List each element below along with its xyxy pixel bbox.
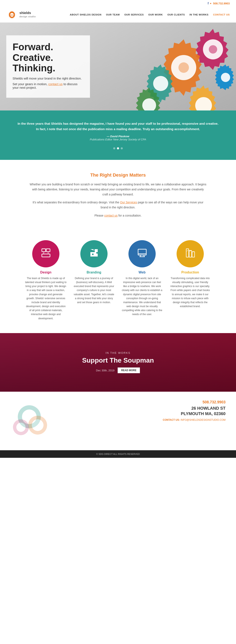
service-title-branding: Branding [73,270,115,274]
hero-subtext1: Shields will move your brand in the righ… [12,76,84,80]
svg-rect-23 [192,252,194,257]
footer-contact: CONTACT US: INFO@SHIELDSDESIGNSTUDIO.COM [163,418,226,422]
service-card-production: Production Transforming complicated data… [169,240,211,320]
testimonial-dot-3[interactable] [121,147,123,150]
svg-rect-16 [138,249,146,255]
footer-right: 508.732.9903 26 HOWLAND ST PLYMOUTH MA, … [163,400,226,422]
web-service-icon [136,247,148,260]
hero-subtext2: Set your gears in motion, contact us to … [12,82,84,89]
svg-rect-12 [46,249,50,252]
our-services-link[interactable]: Our Services [120,201,137,204]
design-matters-para3: Please contact us for a consultation. [29,213,207,218]
in-the-works-date-read: Dec 30th, 2019 READ MORE [82,368,154,373]
design-matters-heading: The Right Design Matters [17,172,219,178]
testimonial-author-name: — David Plaskow [17,135,219,138]
footer-left [10,400,56,442]
svg-rect-11 [42,249,46,252]
footer-phone: 508.732.9903 [163,400,226,404]
in-the-works-label: IN THE WORKS [82,351,154,354]
service-desc-web: In this digital world, lack of an impres… [121,276,163,316]
in-the-works-date: Dec 30th, 2019 [96,369,114,372]
svg-point-6 [178,62,189,73]
read-more-button[interactable]: READ MORE [118,368,140,373]
footer-address: 26 HOWLAND ST PLYMOUTH MA, 02360 [163,406,226,416]
svg-rect-13 [42,254,50,257]
service-circle-design [32,240,60,268]
phone-number[interactable]: 508.732.9903 [213,2,230,5]
nav-in-the-works[interactable]: IN THE WORKS [189,14,208,16]
testimonial-dot-2[interactable] [117,147,119,150]
service-desc-design: The team at Shields is made up of talent… [25,276,67,320]
svg-text:SDG: SDG [10,14,14,16]
svg-point-30 [32,419,44,431]
hero-content: Forward. Creative. Thinking. Shields wil… [6,35,90,98]
service-circle-production [176,240,204,268]
contact-us-link[interactable]: contact us [104,214,118,217]
instagram-icon[interactable]: ● [210,2,211,5]
footer-gears-decoration [10,400,56,442]
service-desc-branding: Defining your brand is a journey of (bus… [73,276,115,304]
design-matters-section: The Right Design Matters Whether you are… [0,160,236,234]
top-bar: f ● 508.732.9903 [0,0,236,7]
service-card-design: Design The team at Shields is made up of… [25,240,67,320]
testimonial-author-title: Publications Editor New Jersey Society o… [17,138,219,141]
svg-point-7 [153,76,168,91]
design-service-icon [40,247,52,260]
svg-point-32 [16,423,26,432]
service-card-web: Web In this digital world, lack of an im… [121,240,163,320]
svg-rect-21 [186,249,189,257]
testimonial-dots [17,147,219,150]
production-service-icon [184,247,196,260]
gears-decoration [127,22,236,110]
service-title-production: Production [169,270,211,274]
in-the-works-content: IN THE WORKS Support The Soupman Dec 30t… [82,351,154,373]
branding-service-icon [88,247,100,260]
hero-gears [127,22,236,110]
service-circle-branding [80,240,108,268]
logo-text: shields design studio [20,11,36,18]
nav-contact[interactable]: CONTACT US [213,14,230,16]
main-navigation: SDG shields design studio ABOUT SHIELDS … [0,7,236,22]
testimonial-quote: In the three years that Shields has desi… [17,121,219,132]
svg-point-10 [221,73,230,82]
logo-icon[interactable]: SDG [6,9,18,20]
testimonial-section: In the three years that Shields has desi… [0,110,236,160]
testimonial-dot-1[interactable] [113,147,115,150]
footer-copyright: © SDG DIRECT ALL RIGHTS RESERVED [0,450,236,458]
services-section: Design The team at Shields is made up of… [0,234,236,333]
nav-services[interactable]: OUR SERVICES [124,14,144,16]
nav-about[interactable]: ABOUT SHIELDS DESIGN [70,14,102,16]
logo-area: SDG shields design studio [6,9,36,20]
svg-line-24 [186,250,188,251]
testimonial-attribution: — David Plaskow Publications Editor New … [17,135,219,141]
service-desc-production: Transforming complicated data into visua… [169,276,211,308]
nav-work[interactable]: OUR WORK [148,14,163,16]
nav-team[interactable]: OUR TEAM [106,14,120,16]
hero-headline: Forward. Creative. Thinking. [12,42,84,74]
design-matters-para1: Whether you are building a brand from sc… [29,182,207,197]
service-title-web: Web [121,270,163,274]
hero-contact-link[interactable]: contact us [48,82,62,86]
social-icons: f ● [208,2,212,5]
in-the-works-section: IN THE WORKS Support The Soupman Dec 30t… [0,333,236,392]
footer-email-link[interactable]: INFO@SHIELDSDESIGNSTUDIO.COM [180,418,226,422]
nav-links: ABOUT SHIELDS DESIGN OUR TEAM OUR SERVIC… [70,14,230,16]
svg-point-4 [209,45,217,54]
service-title-design: Design [25,270,67,274]
svg-rect-22 [189,250,192,257]
service-card-branding: Branding Defining your brand is a journe… [73,240,115,320]
nav-clients[interactable]: OUR CLIENTS [168,14,185,16]
footer: 508.732.9903 26 HOWLAND ST PLYMOUTH MA, … [0,392,236,450]
service-circle-web [128,240,156,268]
facebook-icon[interactable]: f [208,2,209,5]
in-the-works-title: Support The Soupman [82,356,154,364]
design-matters-para2: It's what separates the extraordinary fr… [29,200,207,210]
hero-section: Forward. Creative. Thinking. Shields wil… [0,22,236,110]
